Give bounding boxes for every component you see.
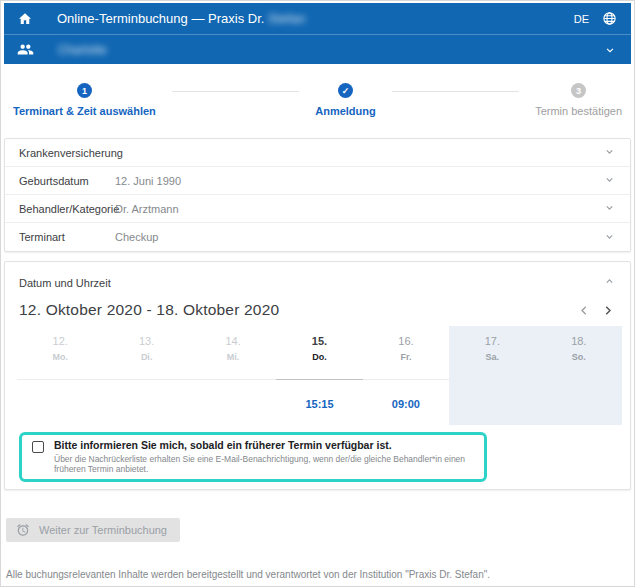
day-name: So. (536, 352, 622, 362)
schedule-section-label: Datum und Uhrzeit (19, 277, 111, 289)
slot-cell-fr: 09:00 (363, 380, 449, 425)
header-top-row: Online-Terminbuchung — Praxis Dr. Stefan… (4, 3, 631, 34)
day-number: 12. (17, 335, 103, 347)
day-header-do: 15. Do. (276, 326, 362, 380)
waitlist-label: Bitte informieren Sie mich, sobald ein f… (54, 439, 474, 451)
page-title-text: Online-Terminbuchung — Praxis Dr. (57, 11, 264, 26)
row-behandler[interactable]: Behandler/Kategorie Dr. Arztmann (5, 195, 630, 223)
day-name: Sa. (449, 352, 535, 362)
step-2-check-icon: ✓ (338, 83, 353, 98)
step-bestaetigen: 3 Termin bestätigen (535, 83, 622, 117)
day-name: Do. (276, 352, 362, 362)
row-terminart[interactable]: Terminart Checkup (5, 223, 630, 251)
row-value: Checkup (115, 231, 603, 243)
row-label: Terminart (19, 231, 115, 243)
row-krankenversicherung[interactable]: Krankenversicherung (5, 139, 630, 167)
page-title-redacted: Stefan (268, 11, 306, 26)
globe-icon[interactable] (602, 11, 617, 26)
step-terminart[interactable]: 1 Terminart & Zeit auswählen (13, 83, 156, 117)
continue-booking-label: Weiter zur Terminbuchung (39, 524, 167, 536)
day-header-fr: 16. Fr. (363, 326, 449, 380)
page: Online-Terminbuchung — Praxis Dr. Stefan… (0, 0, 635, 587)
row-value: 12. Juni 1990 (115, 175, 603, 187)
row-value: Dr. Arztmann (115, 203, 603, 215)
booking-form-card: Krankenversicherung Geburtsdatum 12. Jun… (4, 138, 631, 252)
waitlist-description: Über die Nachrückerliste erhalten Sie ei… (54, 454, 474, 474)
waitlist-checkbox[interactable] (32, 441, 44, 453)
day-number: 18. (536, 335, 622, 347)
app-header: Online-Terminbuchung — Praxis Dr. Stefan… (4, 3, 631, 64)
chevron-down-icon[interactable] (603, 173, 616, 188)
slot-cell-do: 15:15 (276, 380, 362, 425)
step-3-dot: 3 (571, 83, 586, 98)
waitlist-text: Bitte informieren Sie mich, sobald ein f… (54, 439, 474, 474)
day-header-so: 18. So. (536, 326, 622, 425)
row-geburtsdatum[interactable]: Geburtsdatum 12. Juni 1990 (5, 167, 630, 195)
day-number: 13. (103, 335, 189, 347)
day-number: 17. (449, 335, 535, 347)
calendar-week-grid: 12. Mo. 13. Di. 14. Mi. 15. Do. 16. Fr. … (17, 326, 622, 425)
chevron-up-icon[interactable] (603, 275, 616, 290)
row-label: Geburtsdatum (19, 175, 115, 187)
week-navigation: 12. Oktober 2020 - 18. Oktober 2020 (5, 290, 630, 323)
day-header-sa: 17. Sa. (449, 326, 535, 425)
week-range-title: 12. Oktober 2020 - 18. Oktober 2020 (19, 301, 279, 319)
previous-week-button[interactable] (575, 301, 593, 319)
row-label: Behandler/Kategorie (19, 203, 115, 215)
schedule-section-header[interactable]: Datum und Uhrzeit (5, 262, 630, 290)
header-account-row[interactable]: Charlotte (4, 34, 631, 64)
stepper-connector (172, 91, 299, 92)
page-footer: Alle buchungsrelevanten Inhalte werden b… (6, 569, 631, 587)
time-slot-0900[interactable]: 09:00 (392, 398, 420, 410)
day-header-mi: 14. Mi. (190, 326, 276, 380)
day-name: Mi. (190, 352, 276, 362)
step-2-label: Anmeldung (315, 105, 376, 117)
day-number: 16. (363, 335, 449, 347)
step-1-dot: 1 (77, 83, 92, 98)
day-number: 15. (276, 335, 362, 347)
step-1-label: Terminart & Zeit auswählen (13, 105, 156, 117)
day-name: Fr. (363, 352, 449, 362)
group-icon (17, 41, 34, 58)
alarm-clock-icon (16, 523, 30, 537)
step-anmeldung[interactable]: ✓ Anmeldung (315, 83, 376, 117)
chevron-down-icon[interactable] (603, 145, 616, 160)
language-selector[interactable]: DE (574, 13, 589, 25)
home-icon[interactable] (17, 11, 33, 27)
schedule-card: Datum und Uhrzeit 12. Oktober 2020 - 18.… (4, 261, 631, 490)
day-name: Mo. (17, 352, 103, 362)
footer-disclaimer: Alle buchungsrelevanten Inhalte werden b… (6, 569, 631, 580)
account-name-redacted: Charlotte (58, 43, 107, 57)
day-header-di: 13. Di. (103, 326, 189, 380)
step-3-label: Termin bestätigen (535, 105, 622, 117)
row-label: Krankenversicherung (19, 147, 115, 159)
page-title: Online-Terminbuchung — Praxis Dr. Stefan (57, 11, 306, 26)
stepper: 1 Terminart & Zeit auswählen ✓ Anmeldung… (4, 64, 631, 138)
time-slot-1515[interactable]: 15:15 (305, 398, 333, 410)
day-name: Di. (103, 352, 189, 362)
day-number: 14. (190, 335, 276, 347)
next-week-button[interactable] (598, 301, 616, 319)
chevron-down-icon[interactable] (603, 230, 616, 245)
stepper-connector (392, 91, 519, 92)
chevron-down-icon[interactable] (603, 201, 616, 216)
chevron-down-icon[interactable] (603, 43, 617, 57)
waitlist-callout: Bitte informieren Sie mich, sobald ein f… (19, 432, 487, 482)
day-header-mo: 12. Mo. (17, 326, 103, 380)
continue-booking-button[interactable]: Weiter zur Terminbuchung (6, 518, 180, 542)
